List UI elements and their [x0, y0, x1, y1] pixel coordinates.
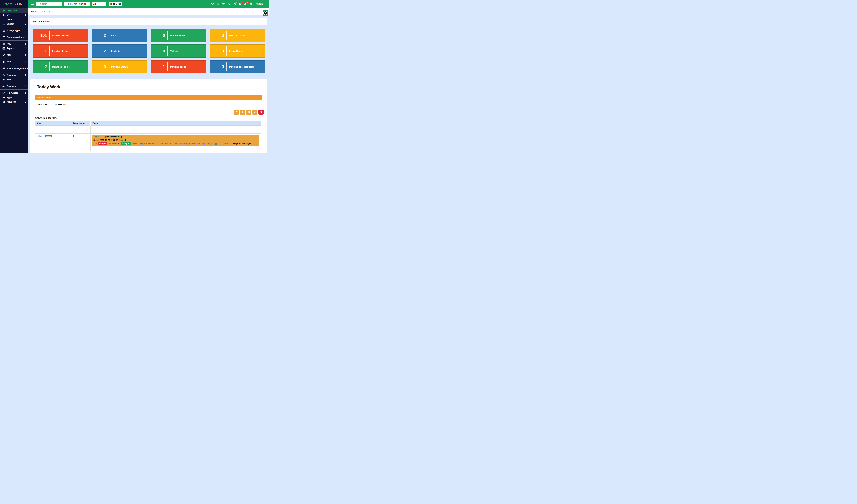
stat-card-logs[interactable]: 2Logs — [91, 29, 147, 42]
search-input[interactable] — [36, 2, 62, 6]
user-menu[interactable]: Admin — [255, 3, 266, 5]
global-filter-wrap: All — [92, 2, 106, 6]
star-icon[interactable] — [222, 2, 225, 5]
stat-value: 0 — [151, 49, 167, 53]
sidebar-item-qms[interactable]: QMS — [0, 53, 28, 57]
sidebar-item-manage-types[interactable]: Manage Types — [0, 28, 28, 33]
column-header-user[interactable]: User — [35, 121, 71, 125]
sidebar-item-my[interactable]: MY — [0, 13, 28, 17]
bars-icon — [2, 43, 6, 45]
sidebar-item-helpdesk[interactable]: ?Helpdesk — [0, 100, 28, 104]
sidebar-group: DashboardMYTeamManage — [0, 8, 28, 27]
sidebar-item-manage[interactable]: Manage — [0, 22, 28, 26]
chevron-right-icon — [25, 48, 27, 49]
global-filter-select[interactable]: All — [92, 2, 106, 6]
list-button[interactable] — [234, 110, 239, 115]
stat-card-pending-status[interactable]: 0Pending Status — [91, 60, 147, 73]
check-circle-icon[interactable]: 0 — [238, 2, 241, 5]
stat-card-pending-tasks[interactable]: 1Pending Tasks — [151, 60, 206, 73]
help-button[interactable]: ? — [263, 10, 268, 16]
copy-button[interactable] — [246, 110, 251, 115]
result-summary: Showing 1-1 of 1 item. — [35, 117, 263, 119]
stat-card-pending-emails[interactable]: 101Pending Emails — [33, 29, 88, 42]
phone-icon[interactable] — [228, 2, 230, 5]
sidebar-item-reports[interactable]: Reports — [0, 46, 28, 51]
sidebar-item-pms[interactable]: PMS — [0, 41, 28, 46]
sidebar-item-label: PMS — [6, 43, 25, 45]
hide-cost-button[interactable]: Hide Cost — [109, 2, 122, 6]
sidebar-item-hris[interactable]: HRIS — [0, 60, 28, 64]
pencil-button[interactable] — [252, 110, 257, 115]
task-project: - Project-2:deployer — [232, 142, 251, 145]
stat-label: Present Users — [168, 34, 186, 37]
stat-value: 1 — [33, 49, 49, 53]
sidebar-group: HRIS — [0, 58, 28, 65]
stat-card-leave-requests[interactable]: 3Leave Requests — [209, 45, 265, 58]
stat-value: 2 — [91, 33, 108, 38]
department-filter-select[interactable] — [72, 127, 89, 132]
summary-range: 1-1 — [44, 117, 47, 119]
sidebar-item-dashboard[interactable]: Dashboard — [0, 8, 28, 13]
clipboard-icon — [2, 61, 6, 63]
stat-card-managed-project[interactable]: 2Managed Project — [33, 60, 88, 73]
breadcrumb-home-link[interactable]: Home — [31, 10, 36, 13]
column-header-tasks[interactable]: Tasks — [91, 121, 261, 125]
stat-cards-grid: 101Pending Emails2Logs0Present Users0Wor… — [33, 29, 265, 73]
gear-button[interactable] — [240, 110, 245, 115]
chevron-right-icon — [25, 92, 27, 94]
tasks-date-line: Date [ 2025-10-07 ][ 01:00 Hours ] — [94, 139, 258, 141]
app-logo[interactable]: ProMIS.ONE — [0, 0, 28, 8]
sidebar-item-it-assets[interactable]: IT & Assets — [0, 91, 28, 95]
sidebar-item-label: Apps — [6, 96, 27, 99]
task-link[interactable]: Task-2: Integrate payment module and use… — [132, 142, 231, 145]
stat-card-projects[interactable]: 2Projects — [91, 45, 147, 58]
menu-toggle-icon[interactable] — [31, 2, 34, 5]
sidebar-item-communications[interactable]: Communications — [0, 35, 28, 39]
sidebar-item-trainings[interactable]: Trainings — [0, 73, 28, 77]
stat-value: 2 — [33, 65, 49, 69]
grid-icon[interactable] — [217, 2, 219, 5]
stat-card-pending-tasks[interactable]: 1Pending Tasks — [33, 45, 88, 58]
sidebar-nav: DashboardMYTeamManageManage TypesCommuni… — [0, 8, 28, 105]
sidebar-item-finances[interactable]: Finances — [0, 84, 28, 88]
ticket-icon[interactable]: 0 — [233, 2, 236, 5]
chevron-right-icon — [25, 14, 27, 16]
stat-card-pending-test-requests[interactable]: 0Pending Test-Requests — [209, 60, 265, 73]
stat-label: Pending Status — [108, 66, 128, 68]
sidebar-item-content-management[interactable]: Content Management — [0, 66, 28, 71]
trash-button[interactable] — [258, 110, 264, 115]
sidebar-item-label: Communications — [6, 36, 25, 38]
stat-value: 0 — [91, 65, 108, 69]
department-value: 0 — [71, 134, 91, 151]
sidebar-item-label: HRIS — [6, 61, 25, 63]
chevron-right-icon — [27, 68, 28, 69]
sidebar-group: QMS — [0, 52, 28, 58]
pending-work-bar[interactable]: Pending Work — [35, 95, 263, 100]
sidebar-item-apps[interactable]: Apps — [0, 95, 28, 100]
inbox-icon[interactable] — [211, 2, 214, 5]
stat-card-present-users[interactable]: 0Present Users — [151, 29, 206, 42]
task-index: 1. — [96, 142, 98, 145]
table-icon — [2, 47, 6, 50]
bell-icon[interactable]: 9 — [244, 2, 247, 5]
sidebar-group: Communications — [0, 34, 28, 40]
timer-button[interactable]: Timer not Running — [64, 2, 90, 6]
sidebar-item-skills[interactable]: Skills — [0, 77, 28, 82]
sidebar-item-team[interactable]: Team — [0, 17, 28, 22]
user-filter-input[interactable] — [37, 127, 69, 132]
notification-badge: 0 — [241, 1, 243, 3]
row-actions — [35, 110, 264, 115]
question-circle-icon: ? — [2, 101, 6, 103]
stat-card-working-users[interactable]: 0Working Users — [209, 29, 265, 42]
sidebar-item-label: Manage Types — [6, 29, 25, 32]
summary-mid: of — [48, 117, 50, 119]
column-header-department[interactable]: Department — [71, 121, 91, 125]
chevron-right-icon — [25, 18, 27, 20]
stat-card-tickets[interactable]: 0Tickets — [151, 45, 206, 58]
user-link[interactable]: Admin [] — [37, 135, 45, 137]
breadcrumb-current: Dashboard — [39, 10, 50, 13]
pencil-icon — [254, 111, 256, 113]
calendar-icon[interactable] — [249, 2, 252, 5]
money-icon — [2, 85, 6, 88]
stat-label: Tickets — [168, 50, 178, 52]
